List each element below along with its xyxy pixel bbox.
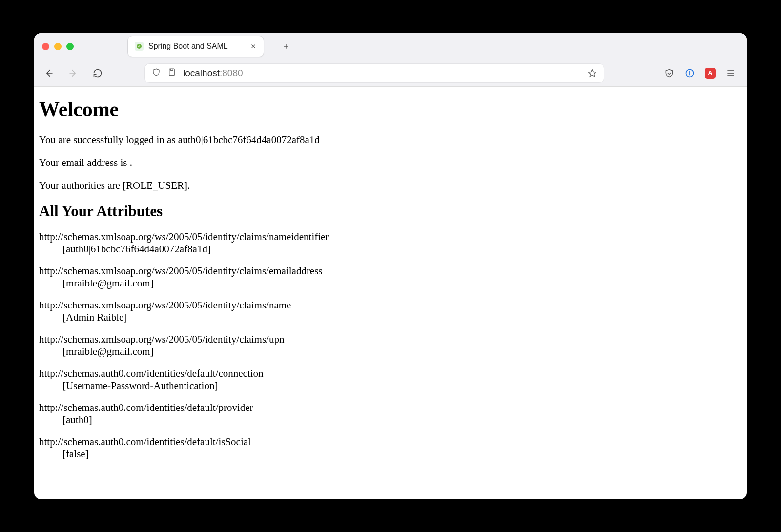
browser-window: Spring Boot and SAML	[34, 33, 747, 499]
window-controls	[42, 43, 74, 50]
reload-button[interactable]	[91, 66, 104, 80]
attribute-value: [auth0|61bcbc76f64d4a0072af8a1d]	[39, 243, 742, 255]
extension-badge-label: A	[708, 69, 712, 77]
svg-rect-3	[689, 71, 690, 75]
attribute-name: http://schemas.xmlsoap.org/ws/2005/05/id…	[39, 299, 742, 311]
attribute-item: http://schemas.xmlsoap.org/ws/2005/05/id…	[39, 333, 742, 358]
attribute-item: http://schemas.xmlsoap.org/ws/2005/05/id…	[39, 299, 742, 324]
username: auth0|61bcbc76f64d4a0072af8a1d	[178, 134, 320, 145]
toolbar-extensions: A	[664, 68, 739, 79]
page-info-icon[interactable]	[167, 68, 176, 79]
logged-in-line: You are successfully logged in as auth0|…	[39, 134, 742, 146]
attribute-value: [mraible@gmail.com]	[39, 277, 742, 289]
attribute-name: http://schemas.xmlsoap.org/ws/2005/05/id…	[39, 231, 742, 243]
extension-badge[interactable]: A	[705, 68, 716, 79]
url-port: :8080	[220, 68, 243, 78]
back-button[interactable]	[42, 66, 56, 80]
attribute-value: [auth0]	[39, 414, 742, 426]
browser-toolbar: localhost:8080 A	[34, 60, 747, 86]
browser-tab[interactable]: Spring Boot and SAML	[127, 36, 264, 57]
attribute-value: [Admin Raible]	[39, 311, 742, 324]
attribute-item: http://schemas.xmlsoap.org/ws/2005/05/id…	[39, 231, 742, 255]
page-content: Welcome You are successfully logged in a…	[34, 87, 747, 499]
close-window-button[interactable]	[42, 43, 49, 50]
maximize-window-button[interactable]	[66, 43, 74, 50]
attribute-name: http://schemas.auth0.com/identities/defa…	[39, 368, 742, 380]
page-title: Welcome	[39, 98, 742, 121]
attribute-value: [Username-Password-Authentication]	[39, 380, 742, 392]
attribute-item: http://schemas.auth0.com/identities/defa…	[39, 436, 742, 460]
attribute-item: http://schemas.auth0.com/identities/defa…	[39, 368, 742, 392]
minimize-window-button[interactable]	[54, 43, 62, 50]
new-tab-button[interactable]	[279, 39, 293, 54]
address-bar[interactable]: localhost:8080	[144, 63, 604, 83]
email-line: Your email address is .	[39, 157, 742, 169]
tab-bar: Spring Boot and SAML	[34, 33, 747, 60]
app-menu-icon[interactable]	[725, 68, 736, 79]
authorities-value: [ROLE_USER]	[123, 180, 187, 191]
attribute-name: http://schemas.auth0.com/identities/defa…	[39, 436, 742, 448]
url-text: localhost:8080	[183, 68, 580, 79]
attribute-item: http://schemas.auth0.com/identities/defa…	[39, 402, 742, 426]
spring-favicon-icon	[135, 42, 144, 51]
url-host: localhost	[183, 68, 220, 78]
forward-button[interactable]	[66, 66, 80, 80]
attribute-value: [false]	[39, 448, 742, 460]
pocket-icon[interactable]	[664, 68, 675, 79]
browser-chrome: Spring Boot and SAML	[34, 33, 747, 87]
attribute-name: http://schemas.xmlsoap.org/ws/2005/05/id…	[39, 265, 742, 277]
bookmark-star-icon[interactable]	[587, 68, 597, 78]
attributes-list: http://schemas.xmlsoap.org/ws/2005/05/id…	[39, 231, 742, 460]
shield-icon[interactable]	[152, 68, 161, 79]
authorities-line: Your authorities are [ROLE_USER].	[39, 180, 742, 192]
svg-rect-1	[169, 69, 175, 76]
attribute-item: http://schemas.xmlsoap.org/ws/2005/05/id…	[39, 265, 742, 289]
tab-title: Spring Boot and SAML	[148, 42, 245, 51]
attributes-heading: All Your Attributes	[39, 203, 742, 220]
attribute-name: http://schemas.auth0.com/identities/defa…	[39, 402, 742, 414]
attribute-value: [mraible@gmail.com]	[39, 346, 742, 358]
onepassword-icon[interactable]	[684, 68, 695, 79]
attribute-name: http://schemas.xmlsoap.org/ws/2005/05/id…	[39, 333, 742, 346]
close-tab-button[interactable]	[250, 43, 257, 50]
